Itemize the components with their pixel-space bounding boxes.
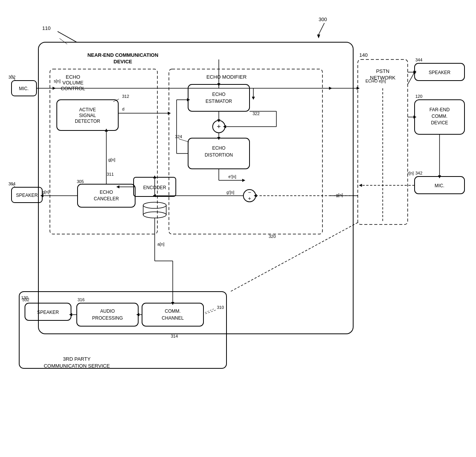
svg-rect-2	[38, 42, 353, 334]
svg-line-85	[230, 223, 358, 292]
svg-marker-52	[168, 112, 171, 115]
echo-distortion-label: ECHO	[212, 145, 226, 151]
echo-en-label: ECHO e[n]	[365, 79, 386, 83]
svg-point-16	[143, 212, 166, 218]
speaker-third-label: SPEAKER	[37, 310, 59, 315]
svg-line-86	[60, 38, 67, 44]
echo-vol-ctrl-label: ECHO	[66, 74, 80, 80]
active-signal-detector-label3: DETECTOR	[75, 119, 100, 124]
far-end-label3: DEVICE	[431, 120, 448, 125]
signal-gprime: g′[n]	[226, 190, 234, 195]
echo-estimator-label2: ESTIMATOR	[206, 99, 232, 104]
subtractor-plus: +	[248, 195, 251, 201]
ref-322: 322	[253, 111, 259, 116]
signal-gn-vert: g[n]	[108, 157, 115, 162]
adder-plus: +	[217, 123, 221, 130]
ref-120: 120	[415, 94, 422, 99]
svg-marker-67	[242, 179, 245, 182]
mic-far-label: MIC.	[435, 183, 444, 188]
ref-310: 310	[217, 305, 224, 310]
near-end-label2: DEVICE	[114, 59, 132, 64]
pstn-label: PSTN	[376, 68, 390, 74]
ref-140: 140	[359, 52, 368, 58]
svg-line-0	[319, 23, 324, 35]
near-end-label: NEAR-END COMMUNICATION	[88, 52, 159, 58]
svg-rect-30	[142, 303, 203, 326]
ref-311: 311	[107, 172, 114, 177]
svg-line-38	[408, 72, 415, 84]
svg-marker-42	[359, 184, 362, 187]
mic-near-label: MIC.	[19, 86, 28, 91]
ref-316: 316	[78, 297, 84, 302]
svg-line-12	[179, 139, 189, 142]
ref-324: 324	[175, 134, 182, 139]
speaker-near-label: SPEAKER	[16, 193, 38, 198]
ref-314: 314	[171, 334, 178, 338]
ref-344: 344	[415, 58, 422, 62]
signal-an: a[n]	[157, 242, 164, 246]
svg-marker-56	[252, 97, 255, 100]
echo-distortion-label2: DISTORTION	[205, 152, 233, 158]
echo-vol-ctrl-label2: VOLUME	[63, 80, 84, 86]
active-signal-detector-label: ACTIVE	[79, 107, 96, 112]
comm-channel-label2: CHANNEL	[162, 315, 184, 321]
speaker-far-label: SPEAKER	[429, 70, 451, 75]
svg-rect-8	[169, 69, 322, 234]
ref-342: 342	[415, 171, 422, 175]
third-party-label: 3RD PARTY	[63, 356, 91, 362]
signal-gn-right: g[n]	[336, 193, 343, 197]
ref-110: 110	[42, 25, 51, 31]
ref-332: 332	[22, 297, 29, 302]
svg-rect-29	[77, 303, 138, 326]
svg-line-31	[205, 310, 216, 314]
signal-d: d	[122, 107, 124, 111]
svg-marker-81	[116, 185, 119, 188]
subtractor-minus: −	[248, 189, 251, 195]
audio-processing-label2: PROCESSING	[92, 315, 123, 321]
signal-rn: r[n]	[408, 171, 414, 175]
svg-point-15	[143, 202, 166, 208]
comm-channel-label: COMM.	[165, 309, 180, 314]
far-end-label: FAR-END	[430, 107, 450, 112]
diagram-container: 300 110 NEAR-END COMMUNICATION DEVICE EC…	[0, 0, 476, 457]
svg-rect-4	[50, 69, 157, 234]
audio-processing-label: AUDIO	[100, 309, 115, 314]
far-end-label2: COMM.	[431, 114, 447, 119]
signal-sn: s[n]	[54, 79, 61, 83]
svg-line-95	[205, 309, 214, 313]
signal-eprime: e′[n]	[228, 174, 236, 179]
third-party-label2: COMMUNICATION SERVICE	[44, 363, 110, 369]
active-signal-detector-label2: SIGNAL	[79, 113, 96, 118]
ref-305: 305	[77, 179, 84, 184]
signal-gn-left: g[n]	[42, 190, 49, 194]
echo-modifier-label: ECHO MODIFIER	[207, 74, 247, 80]
ref-320: 320	[269, 234, 276, 239]
svg-marker-37	[357, 87, 360, 90]
echo-estimator-label: ECHO	[212, 92, 226, 97]
echo-canceler-label: ECHO	[100, 190, 113, 195]
svg-marker-1	[317, 35, 320, 38]
svg-line-3	[58, 31, 77, 42]
echo-canceler-label2: CANCELER	[94, 196, 119, 201]
ref-300: 300	[319, 16, 327, 22]
svg-rect-7	[78, 184, 135, 207]
ref-312: 312	[122, 94, 129, 99]
